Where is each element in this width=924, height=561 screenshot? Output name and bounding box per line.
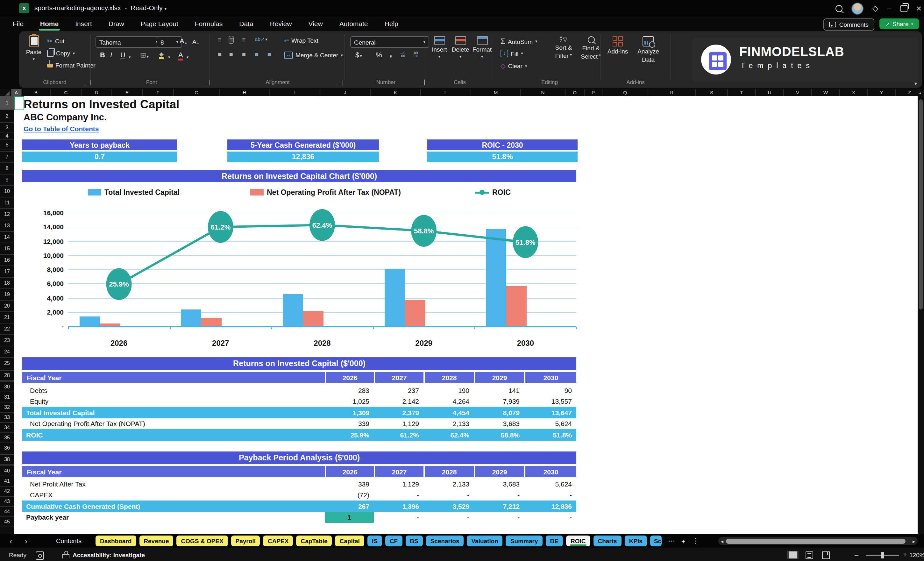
sheet-tab-contents[interactable]: Contents <box>56 537 81 544</box>
scroll-right-icon[interactable]: ▸ <box>912 538 915 544</box>
row-header-36[interactable]: 36 <box>0 443 14 453</box>
new-sheet-button[interactable]: + <box>681 537 686 545</box>
grow-font-button[interactable]: A▴ <box>180 37 187 45</box>
column-header-A[interactable]: A <box>12 89 22 96</box>
row-header-23[interactable]: 23 <box>0 335 14 346</box>
row-header-18[interactable]: 18 <box>0 278 14 289</box>
column-header-Q[interactable]: Q <box>602 89 648 96</box>
font-size-select[interactable]: 8 ▾ <box>157 36 182 48</box>
restore-button[interactable] <box>900 5 908 12</box>
sheet-tab-capex[interactable]: CAPEX <box>263 536 293 546</box>
row-header-1[interactable]: 1 <box>0 96 14 110</box>
row-header-22[interactable]: 22 <box>0 324 14 335</box>
menu-tab-help[interactable]: Help <box>383 18 400 28</box>
sheet-tab-be[interactable]: BE <box>546 536 563 546</box>
minimize-button[interactable]: – <box>887 4 891 13</box>
comments-button[interactable]: Comments <box>824 18 874 31</box>
tabs-scroll-right-icon[interactable]: › <box>22 537 31 545</box>
align-center-button[interactable]: ≡ <box>229 51 233 58</box>
zoom-in-button[interactable]: + <box>903 551 907 558</box>
scroll-left-icon[interactable]: ◂ <box>721 538 723 544</box>
decrease-decimal-button[interactable]: .00→0 <box>412 52 418 57</box>
row-header-31[interactable]: 31 <box>0 392 14 402</box>
format-painter-button[interactable]: Format Painter <box>47 62 96 69</box>
underline-button[interactable]: U <box>120 51 126 59</box>
zoom-slider-thumb[interactable] <box>881 552 884 558</box>
row-header-33[interactable]: 33 <box>0 412 14 423</box>
column-header-C[interactable]: C <box>51 89 81 96</box>
row-header-11[interactable]: 11 <box>0 197 14 209</box>
sheet-tab-valuation[interactable]: Valuation <box>467 536 502 546</box>
row-header-5[interactable]: 5 <box>0 140 14 150</box>
sheet-tab-is[interactable]: IS <box>368 536 382 546</box>
sheet-tab-bs[interactable]: BS <box>405 536 423 546</box>
column-header-V[interactable]: V <box>784 89 812 96</box>
column-header-K[interactable]: K <box>370 89 421 96</box>
fill-button[interactable]: ↓ Fill ▾ <box>501 50 523 57</box>
row-header-3[interactable]: 3 <box>0 123 14 132</box>
font-dialog-launcher[interactable] <box>204 80 210 86</box>
font-name-select[interactable]: Tahoma ▾ <box>96 36 162 48</box>
merge-center-button[interactable]: ↔ Merge & Center ▾ <box>284 52 343 58</box>
selected-cell-a1[interactable] <box>14 96 24 110</box>
select-all-corner[interactable] <box>0 89 12 96</box>
row-header-2[interactable]: 2 <box>0 110 14 123</box>
column-header-B[interactable]: B <box>22 89 51 96</box>
decrease-indent-button[interactable]: ≡ <box>255 51 258 58</box>
borders-button[interactable]: ⊞▾ <box>140 51 149 59</box>
row-header-43[interactable]: 43 <box>0 496 14 507</box>
tabs-scroll-left-icon[interactable]: ‹ <box>6 537 15 545</box>
sheet-tab-capital[interactable]: Capital <box>335 536 364 546</box>
row-header-9[interactable]: 9 <box>0 174 14 186</box>
menu-tab-page-layout[interactable]: Page Layout <box>140 18 180 28</box>
row-header-38[interactable]: 38 <box>0 454 14 465</box>
column-header-H[interactable]: H <box>220 89 270 96</box>
orientation-button[interactable]: ab↗▾ <box>255 36 267 42</box>
share-button[interactable]: ↗ Share ▾ <box>879 18 919 29</box>
column-header-R[interactable]: R <box>648 89 696 96</box>
close-button[interactable]: × <box>916 3 921 14</box>
menu-tab-home[interactable]: Home <box>39 18 60 28</box>
scroll-up-icon[interactable]: ▲ <box>918 91 922 95</box>
row-header-7[interactable]: 7 <box>0 152 14 163</box>
menu-tab-view[interactable]: View <box>307 18 324 28</box>
sheet-tab-summary[interactable]: Summary <box>506 536 543 546</box>
align-middle-button[interactable]: ≡ <box>229 36 233 43</box>
row-header-8[interactable]: 8 <box>0 163 14 174</box>
menu-tab-automate[interactable]: Automate <box>338 18 369 28</box>
normal-view-button[interactable] <box>787 551 798 559</box>
row-header-35[interactable]: 35 <box>0 433 14 443</box>
column-header-N[interactable]: N <box>521 89 566 96</box>
sheet-options-icon[interactable]: ⋮ <box>692 537 699 545</box>
user-avatar[interactable] <box>851 2 864 14</box>
percent-style-button[interactable]: % <box>376 51 382 58</box>
row-headers[interactable]: 1234578910111213141516171819202122232425… <box>0 96 14 534</box>
column-header-E[interactable]: E <box>112 89 142 96</box>
column-header-D[interactable]: D <box>81 89 112 96</box>
sheet-tab-captable[interactable]: CapTable <box>296 536 332 546</box>
menu-tab-draw[interactable]: Draw <box>107 18 126 28</box>
sheet-tab-charts[interactable]: Charts <box>593 536 621 546</box>
delete-cells-button[interactable]: Delete ▾ <box>452 36 470 59</box>
cut-button[interactable]: ✂ Cut <box>47 38 64 45</box>
row-header-41[interactable]: 41 <box>0 476 14 486</box>
table-of-contents-link[interactable]: Go to Table of Contents <box>24 125 99 132</box>
column-header-G[interactable]: G <box>174 89 220 96</box>
column-header-J[interactable]: J <box>320 89 370 96</box>
row-header-42[interactable]: 42 <box>0 486 14 496</box>
more-sheets-icon[interactable]: ⋯ <box>668 537 675 545</box>
zoom-level[interactable]: 120% <box>909 552 924 558</box>
sheet-tab-roic[interactable]: ROIC <box>566 536 590 546</box>
align-top-button[interactable]: ≡ <box>218 36 222 43</box>
row-header-21[interactable]: 21 <box>0 312 14 324</box>
chevron-down-icon[interactable]: ▾ <box>165 6 167 11</box>
italic-button[interactable]: I <box>110 51 112 58</box>
column-header-U[interactable]: U <box>756 89 784 96</box>
column-header-O[interactable]: O <box>566 89 585 96</box>
column-header-T[interactable]: T <box>728 89 756 96</box>
number-format-select[interactable]: General ▾ <box>350 36 429 48</box>
page-layout-view-button[interactable] <box>804 551 815 559</box>
fill-color-button[interactable]: ◆ <box>159 51 164 59</box>
search-icon[interactable] <box>836 5 843 12</box>
align-right-button[interactable]: ≡ <box>242 51 246 58</box>
